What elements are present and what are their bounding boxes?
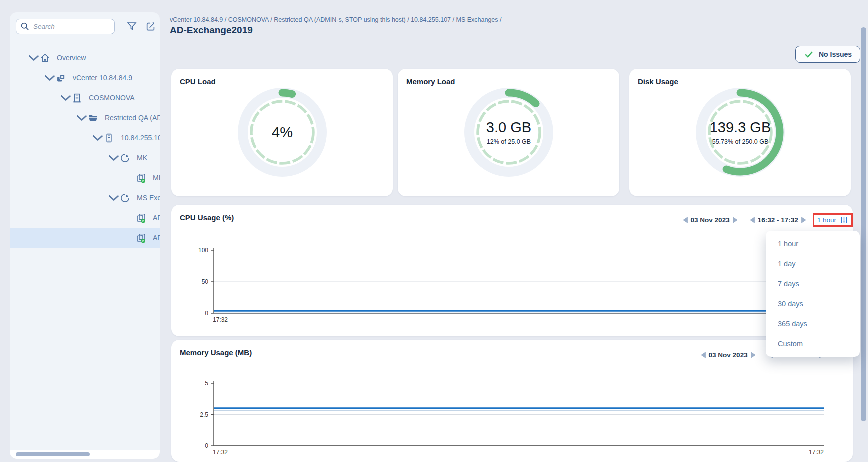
tree-item-label: 10.84.255.10 bbox=[121, 134, 160, 142]
tree-item-label: MS Exc bbox=[137, 194, 160, 202]
filter-button[interactable] bbox=[126, 21, 138, 34]
sidebar-item-mk[interactable]: MK bbox=[10, 168, 160, 188]
sliders-icon bbox=[840, 216, 848, 224]
svg-text:17:32: 17:32 bbox=[213, 449, 228, 456]
sidebar-item-ms-exc[interactable]: MS Exc bbox=[10, 188, 160, 208]
page-title: AD-Exchange2019 bbox=[170, 25, 253, 36]
svg-text:0: 0 bbox=[205, 442, 208, 450]
chart-title: CPU Usage (%) bbox=[180, 214, 234, 222]
resource-pool-icon bbox=[120, 193, 130, 204]
resource-pool-icon bbox=[120, 153, 130, 164]
next-date-button[interactable] bbox=[732, 216, 739, 224]
sidebar-item-ad[interactable]: AD bbox=[10, 208, 160, 228]
interval-option[interactable]: 1 hour bbox=[766, 234, 860, 254]
chart-title: Memory Usage (MB) bbox=[180, 348, 252, 357]
tree-item-label: MK bbox=[137, 154, 148, 162]
gauge-subtext: 12% of 25.0 GB bbox=[487, 138, 531, 146]
time-range-label: 16:32 - 17:32 bbox=[758, 216, 798, 224]
breadcrumb[interactable]: vCenter 10.84.84.9 / COSMONOVA / Restric… bbox=[170, 16, 502, 24]
sidebar-item-10-84-255-10[interactable]: 10.84.255.10 bbox=[10, 128, 160, 148]
date-label: 03 Nov 2023 bbox=[691, 216, 730, 224]
vm-running-icon bbox=[136, 173, 146, 184]
sidebar-scrollbar-thumb[interactable] bbox=[16, 452, 90, 456]
next-time-button[interactable] bbox=[801, 216, 808, 224]
gauge-value: 4% bbox=[272, 124, 293, 141]
interval-label: 1 hour bbox=[818, 216, 836, 224]
folder-icon bbox=[88, 113, 98, 124]
host-icon bbox=[104, 133, 114, 144]
card-title: Disk Usage bbox=[638, 78, 678, 86]
svg-text:2.5: 2.5 bbox=[200, 412, 208, 418]
tree-item-label: Restricted QA (AD bbox=[105, 114, 160, 122]
interval-option[interactable]: 365 days bbox=[766, 314, 860, 334]
sidebar-item-restricted-qa-ad[interactable]: Restricted QA (AD bbox=[10, 108, 160, 128]
memory-load-card: Memory Load 3.0 GB 12% of 25.0 GB bbox=[398, 69, 620, 196]
sidebar-item-ad[interactable]: AD bbox=[10, 228, 160, 248]
sidebar-horizontal-scrollbar[interactable] bbox=[10, 450, 160, 459]
interval-option[interactable]: 1 day bbox=[766, 254, 860, 274]
tree-item-label: MK bbox=[153, 174, 160, 182]
chevron-down-icon[interactable] bbox=[92, 134, 104, 142]
sidebar-item-vcenter-10-84-84-9[interactable]: vCenter 10.84.84.9 bbox=[10, 68, 160, 88]
tree-item-label: COSMONOVA bbox=[89, 94, 135, 102]
svg-text:17:32: 17:32 bbox=[213, 316, 228, 324]
disk-usage-card: Disk Usage 139.3 GB 55.73% of 250.0 GB bbox=[630, 69, 851, 196]
chevron-down-icon[interactable] bbox=[44, 74, 56, 82]
datacenter-icon bbox=[72, 93, 82, 104]
tree-item-label: AD bbox=[153, 234, 160, 242]
svg-text:50: 50 bbox=[202, 278, 209, 286]
vm-running-icon bbox=[136, 233, 146, 244]
chevron-down-icon[interactable] bbox=[76, 114, 88, 122]
status-badge-label: No Issues bbox=[819, 50, 852, 58]
search-box bbox=[16, 19, 115, 34]
cpu-chart-time-nav: 03 Nov 2023 16:32 - 17:32 1 hour bbox=[680, 212, 853, 228]
sidebar-toolbar bbox=[16, 18, 154, 34]
svg-text:17:32: 17:32 bbox=[809, 449, 824, 456]
chevron-down-icon[interactable] bbox=[108, 194, 120, 202]
next-date-button[interactable] bbox=[750, 352, 757, 359]
tree-item-label: vCenter 10.84.84.9 bbox=[73, 74, 132, 82]
tree-item-label: AD bbox=[153, 214, 160, 222]
interval-dropdown-menu: 1 hour1 day7 days30 days365 daysCustom bbox=[766, 231, 860, 357]
gauge-value: 3.0 GB bbox=[486, 120, 532, 136]
tree-item-label: Overview bbox=[57, 54, 86, 62]
status-badge[interactable]: No Issues bbox=[796, 46, 860, 63]
sidebar-tree: Overview vCenter 10.84.84.9 COSMONOVA Re… bbox=[10, 48, 160, 248]
vcenter-icon bbox=[56, 73, 66, 84]
interval-button[interactable]: 1 hour bbox=[814, 215, 852, 226]
card-title: Memory Load bbox=[406, 78, 456, 86]
home-icon bbox=[40, 53, 50, 64]
svg-text:100: 100 bbox=[198, 247, 208, 254]
vertical-scrollbar-thumb[interactable] bbox=[861, 28, 866, 422]
sidebar-panel: Overview vCenter 10.84.84.9 COSMONOVA Re… bbox=[10, 12, 160, 459]
card-title: CPU Load bbox=[180, 78, 216, 86]
chevron-down-icon[interactable] bbox=[108, 154, 120, 162]
interval-option[interactable]: Custom bbox=[766, 334, 860, 354]
gauge-subtext: 55.73% of 250.0 GB bbox=[712, 138, 769, 146]
interval-highlight-box: 1 hour bbox=[813, 214, 853, 227]
date-label: 03 Nov 2023 bbox=[709, 352, 748, 359]
sidebar-item-cosmonova[interactable]: COSMONOVA bbox=[10, 88, 160, 108]
compose-button[interactable] bbox=[146, 21, 156, 34]
gauge-value: 139.3 GB bbox=[710, 120, 772, 136]
previous-date-button[interactable] bbox=[700, 352, 706, 359]
cpu-usage-chart-card: CPU Usage (%) 03 Nov 2023 16:32 - 17:32 … bbox=[172, 205, 853, 336]
check-icon bbox=[804, 50, 814, 60]
search-input[interactable] bbox=[16, 19, 115, 34]
cpu-load-card: CPU Load 4% bbox=[172, 69, 393, 196]
svg-text:5: 5 bbox=[205, 380, 208, 387]
search-icon bbox=[20, 22, 30, 32]
vm-running-icon bbox=[136, 213, 146, 224]
previous-date-button[interactable] bbox=[682, 216, 688, 224]
chevron-down-icon[interactable] bbox=[28, 54, 40, 62]
memory-usage-chart-card: Memory Usage (MB) 03 Nov 2023 16:32 - 17… bbox=[172, 340, 853, 462]
sidebar-item-mk[interactable]: MK bbox=[10, 148, 160, 168]
chevron-down-icon[interactable] bbox=[60, 94, 72, 102]
svg-text:0: 0 bbox=[205, 310, 208, 317]
interval-option[interactable]: 7 days bbox=[766, 274, 860, 294]
compose-icon bbox=[146, 21, 156, 32]
interval-option[interactable]: 30 days bbox=[766, 294, 860, 314]
previous-time-button[interactable] bbox=[749, 216, 756, 224]
sidebar-item-overview[interactable]: Overview bbox=[10, 48, 160, 68]
filter-icon bbox=[126, 21, 138, 32]
